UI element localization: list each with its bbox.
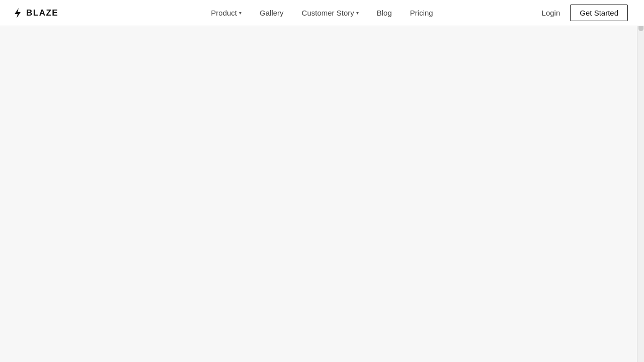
site-header: BLAZE Product ▾ Gallery Customer Story ▾…	[0, 0, 644, 26]
chevron-down-icon: ▾	[239, 10, 242, 16]
logo[interactable]: BLAZE	[12, 8, 58, 19]
get-started-button[interactable]: Get Started	[570, 5, 628, 21]
nav-item-blog[interactable]: Blog	[377, 9, 392, 17]
svg-marker-0	[15, 8, 21, 18]
nav-item-pricing[interactable]: Pricing	[410, 9, 433, 17]
header-actions: Login Get Started	[542, 5, 628, 21]
login-button[interactable]: Login	[542, 9, 560, 17]
main-nav: Product ▾ Gallery Customer Story ▾ Blog …	[211, 9, 433, 17]
main-content	[0, 26, 644, 362]
scrollbar[interactable]	[637, 0, 644, 362]
chevron-down-icon: ▾	[356, 10, 359, 16]
bolt-icon	[12, 8, 23, 19]
logo-text: BLAZE	[26, 8, 58, 18]
nav-item-gallery[interactable]: Gallery	[260, 9, 284, 17]
nav-item-customer-story[interactable]: Customer Story ▾	[302, 9, 359, 17]
nav-item-product[interactable]: Product ▾	[211, 9, 242, 17]
